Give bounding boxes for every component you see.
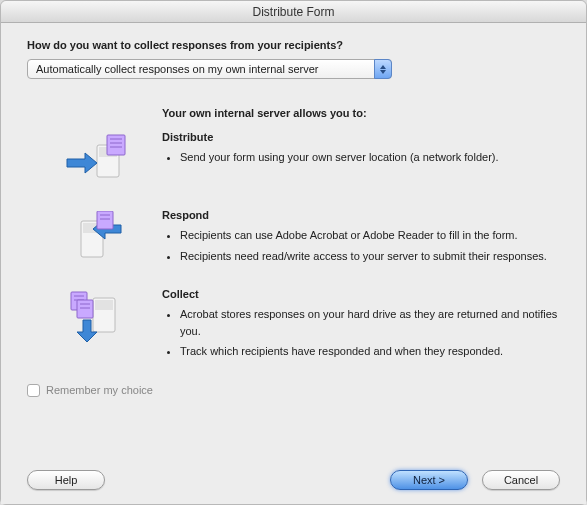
remember-choice-row: Remember my choice [27,384,560,397]
collection-method-select[interactable]: Automatically collect responses on my ow… [27,59,392,79]
respond-item: Recipients need read/write access to you… [180,248,560,265]
svg-rect-14 [95,300,113,310]
respond-title: Respond [162,209,560,221]
collect-title: Collect [162,288,560,300]
select-stepper-icon [374,59,392,79]
button-row: Help Next > Cancel [1,470,586,490]
respond-icon [63,211,127,267]
collect-item: Acrobat stores responses on your hard dr… [180,306,560,339]
collect-icon [63,290,127,346]
prompt-question: How do you want to collect responses fro… [27,39,560,51]
section-distribute: Distribute Send your form using your own… [27,131,560,189]
svg-marker-6 [67,153,97,173]
select-value: Automatically collect responses on my ow… [27,59,392,79]
respond-item: Recipients can use Adobe Acrobat or Adob… [180,227,560,244]
svg-rect-10 [97,211,113,229]
distribute-icon [63,133,127,189]
svg-rect-2 [107,135,125,155]
collect-item: Track which recipients have responded an… [180,343,560,360]
dialog-content: How do you want to collect responses fro… [1,23,586,504]
svg-rect-18 [77,300,93,318]
help-button[interactable]: Help [27,470,105,490]
window-title: Distribute Form [1,1,586,23]
remember-checkbox[interactable] [27,384,40,397]
distribute-item: Send your form using your own server loc… [180,149,560,166]
remember-label: Remember my choice [46,384,153,396]
section-collect: Collect Acrobat stores responses on your… [27,288,560,364]
distribute-title: Distribute [162,131,560,143]
next-button[interactable]: Next > [390,470,468,490]
cancel-button[interactable]: Cancel [482,470,560,490]
distribute-form-dialog: Distribute Form How do you want to colle… [0,0,587,505]
intro-text: Your own internal server allows you to: [162,107,560,119]
section-respond: Respond Recipients can use Adobe Acrobat… [27,209,560,268]
